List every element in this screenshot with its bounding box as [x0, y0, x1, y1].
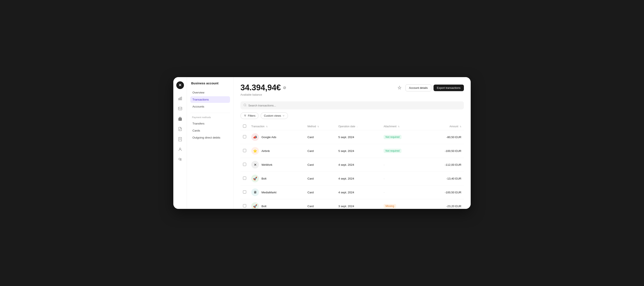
- attachment-cell: Not required: [381, 144, 424, 158]
- amount-cell: -80,50 EUR: [424, 130, 464, 144]
- row-checkbox[interactable]: [243, 135, 246, 138]
- date-cell: 5 sept. 2024: [336, 144, 381, 158]
- filter-row: Filters Custom views: [240, 112, 464, 119]
- amount-cell: -112,00 EUR: [424, 158, 464, 172]
- date-cell: 4 sept. 2024: [336, 158, 381, 172]
- merchant-cell[interactable]: ✕ WeWork: [249, 158, 305, 172]
- sidebar-item-transactions[interactable]: Transactions: [190, 96, 230, 103]
- receipt-icon[interactable]: [176, 135, 184, 144]
- method-cell: Card: [305, 144, 336, 158]
- row-checkbox[interactable]: [243, 149, 246, 152]
- sort-amount-icon[interactable]: ⇅: [460, 125, 461, 128]
- person-icon[interactable]: [176, 145, 184, 154]
- col-method: Method ⇅: [305, 123, 336, 130]
- merchant-cell[interactable]: 🚀 Bolt: [249, 172, 305, 186]
- merchant-name: Airbnb: [262, 149, 270, 152]
- col-amount: Amount ⇅: [424, 123, 464, 130]
- file-text-icon[interactable]: [176, 125, 184, 133]
- attachment-badge: Not required: [384, 135, 402, 139]
- col-date: Operation date ↓: [336, 123, 381, 130]
- main-header: 34.394,94€ ⊘ Available balance Account d…: [240, 83, 464, 96]
- table-header-row: Transaction ⇅ Method ⇅ Operation date ↓ …: [240, 123, 464, 130]
- bank-icon[interactable]: [176, 114, 184, 123]
- merchant-cell[interactable]: 🚀 Bolt: [249, 199, 305, 209]
- attachment-cell: -: [381, 172, 424, 186]
- merchant-name: Bolt: [262, 177, 266, 180]
- svg-point-11: [244, 104, 246, 106]
- sidebar-item-direct-debits[interactable]: Outgoing direct debits: [190, 134, 230, 141]
- method-cell: Card: [305, 199, 336, 209]
- merchant-cell[interactable]: 🖥 MediaMarkt: [249, 186, 305, 199]
- icon-rail: ✕: [173, 77, 187, 209]
- attachment-dash: -: [384, 163, 385, 166]
- select-all-header: [240, 123, 249, 130]
- select-all-checkbox[interactable]: [243, 124, 246, 128]
- row-checkbox[interactable]: [243, 190, 246, 194]
- method-cell: Card: [305, 158, 336, 172]
- merchant-icon: ✕: [251, 161, 259, 168]
- method-cell: Card: [305, 130, 336, 144]
- chart-icon[interactable]: [176, 94, 184, 103]
- table-row: 🖥 MediaMarkt Card4 sept. 2024--100,50 EU…: [240, 186, 464, 199]
- col-attachment: Attachment ⇅: [381, 123, 424, 130]
- ai-assist-button[interactable]: [396, 84, 403, 92]
- date-cell: 5 sept. 2024: [336, 130, 381, 144]
- attachment-cell: Missing: [381, 199, 424, 209]
- balance-value: 34.394,94€: [240, 83, 281, 92]
- merchant-name: Bolt: [262, 204, 266, 208]
- merchant-cell[interactable]: ⭐ Airbnb: [249, 144, 305, 158]
- transactions-table: Transaction ⇅ Method ⇅ Operation date ↓ …: [240, 123, 464, 209]
- merchant-icon: 🚀: [251, 202, 259, 209]
- table-row: 🚀 Bolt Card4 sept. 2024--13,40 EUR: [240, 172, 464, 186]
- sidebar-item-overview[interactable]: Overview: [190, 89, 230, 96]
- filters-button[interactable]: Filters: [240, 112, 258, 119]
- sort-date-icon[interactable]: ↓: [356, 125, 358, 128]
- attachment-dash: -: [384, 177, 385, 180]
- hide-balance-icon[interactable]: ⊘: [283, 86, 286, 90]
- attachment-badge: Not required: [384, 149, 402, 153]
- merchant-cell[interactable]: 📣 Google Ads: [249, 130, 305, 144]
- sidebar-item-cards[interactable]: Cards: [190, 127, 230, 134]
- merchant-name: WeWork: [262, 163, 272, 166]
- account-details-button[interactable]: Account details: [406, 84, 432, 91]
- app-logo[interactable]: ✕: [176, 82, 184, 89]
- balance-section: 34.394,94€ ⊘ Available balance: [240, 83, 286, 96]
- custom-views-label: Custom views: [264, 114, 281, 117]
- search-bar: [240, 101, 464, 110]
- svg-line-12: [246, 106, 246, 106]
- search-input[interactable]: [248, 104, 461, 107]
- table-row: ✕ WeWork Card4 sept. 2024--112,00 EUR: [240, 158, 464, 172]
- sort-transaction-icon[interactable]: ⇅: [266, 125, 268, 128]
- merchant-icon: 🖥: [251, 188, 259, 196]
- custom-views-button[interactable]: Custom views: [260, 112, 288, 119]
- attachment-cell: Not required: [381, 130, 424, 144]
- sort-attachment-icon[interactable]: ⇅: [398, 125, 400, 128]
- merchant-icon: ⭐: [251, 147, 259, 155]
- row-checkbox[interactable]: [243, 163, 246, 166]
- sidebar-item-transfers[interactable]: Transfers: [190, 120, 230, 127]
- merchant-icon: 📣: [251, 133, 259, 141]
- attachment-cell: -: [381, 158, 424, 172]
- sort-method-icon[interactable]: ⇅: [317, 125, 319, 128]
- amount-cell: -23,20 EUR: [424, 199, 464, 209]
- col-transaction: Transaction ⇅: [249, 123, 305, 130]
- merchant-name: MediaMarkt: [262, 191, 276, 194]
- coins-icon[interactable]: [176, 155, 184, 164]
- balance-label: Available balance: [240, 93, 286, 96]
- mail-icon[interactable]: [176, 104, 184, 113]
- export-transactions-button[interactable]: Export transactions: [434, 84, 464, 91]
- attachment-dash: -: [384, 191, 385, 194]
- table-row: 🚀 Bolt Card3 sept. 2024Missing-23,20 EUR: [240, 199, 464, 209]
- balance-amount-row: 34.394,94€ ⊘: [240, 83, 286, 92]
- sidebar: Business account Overview Transactions A…: [187, 77, 234, 209]
- row-checkbox[interactable]: [243, 204, 246, 208]
- table-row: ⭐ Airbnb Card5 sept. 2024Not required-10…: [240, 144, 464, 158]
- svg-point-8: [179, 148, 181, 149]
- main-content: 34.394,94€ ⊘ Available balance Account d…: [234, 77, 471, 209]
- amount-cell: -100,50 EUR: [424, 144, 464, 158]
- svg-rect-0: [178, 98, 179, 100]
- merchant-name: Google Ads: [262, 136, 276, 139]
- method-cell: Card: [305, 186, 336, 199]
- sidebar-item-accounts[interactable]: Accounts: [190, 103, 230, 110]
- row-checkbox[interactable]: [243, 176, 246, 180]
